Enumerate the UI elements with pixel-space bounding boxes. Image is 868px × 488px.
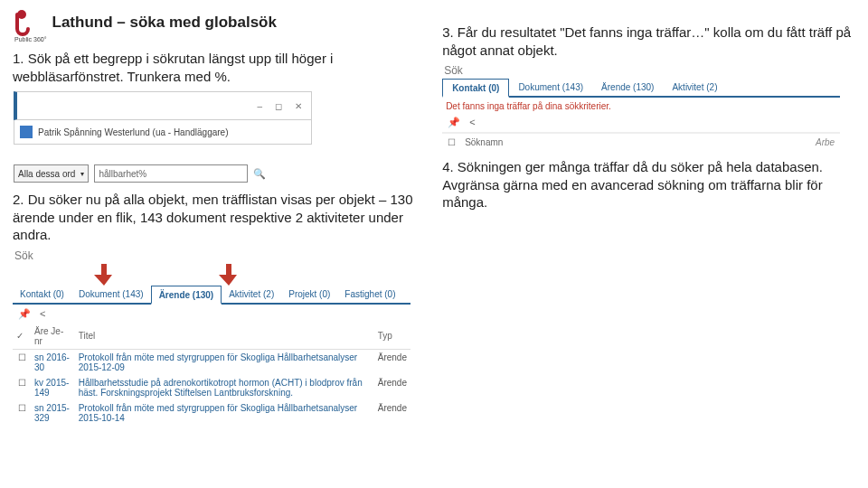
search-input[interactable] — [94, 164, 248, 183]
right-col-label: Arbe — [816, 137, 835, 147]
page-title: Lathund – söka med globalsök — [52, 14, 277, 32]
col-check: ✓ — [13, 324, 31, 350]
share-icon[interactable]: < — [469, 117, 475, 128]
step-4: 4. Sökningen ger många träffar då du sök… — [442, 158, 855, 211]
search-icon[interactable]: 🔍 — [253, 168, 266, 180]
search-mode-label: Alla dessa ord — [18, 169, 75, 179]
tab-fastighet[interactable]: Fastighet (0) — [337, 286, 402, 303]
sok-label-2: Sök — [14, 249, 410, 262]
tab-dokument-3[interactable]: Dokument (143) — [509, 79, 592, 96]
public360-logo — [13, 7, 42, 36]
user-avatar — [20, 126, 33, 138]
share-icon[interactable]: < — [40, 308, 45, 320]
pin-icon[interactable]: 📌 — [448, 117, 460, 128]
screenshot-1: – ◻ ✕ Patrik Spånning Westerlund (ua - H… — [13, 90, 313, 183]
step-1: 1. Sök på ett begrepp i sökrutan längst … — [13, 50, 417, 85]
tab-aktivitet-3[interactable]: Aktivitet (2) — [663, 79, 726, 96]
window-maximize-icon[interactable]: ◻ — [275, 101, 286, 111]
table-row[interactable]: ☐ kv 2015-149 Hållbarhetsstudie på adren… — [13, 375, 410, 400]
col-title: Titel — [75, 324, 374, 350]
step-2: 2. Du söker nu på alla objekt, men träff… — [13, 191, 417, 244]
chevron-down-icon: ▾ — [80, 170, 84, 178]
checkbox-soknamn[interactable]: ☐ — [448, 137, 456, 147]
logo-row: Public 360° Lathund – söka med globalsök — [13, 7, 417, 42]
user-name: Patrik Spånning Westerlund (ua - Handläg… — [38, 127, 229, 137]
tab-projekt[interactable]: Projekt (0) — [281, 286, 337, 303]
tab-kontakt-3[interactable]: Kontakt (0) — [442, 79, 509, 98]
col-type: Typ — [374, 324, 410, 350]
result-table: ✓ Äre Je-nr Titel Typ ☐ sn 2016-30 Proto… — [13, 324, 410, 426]
tab-arende-3[interactable]: Ärende (130) — [592, 79, 663, 96]
tab-arende[interactable]: Ärende (130) — [151, 286, 222, 305]
logo-text: Public 360° — [14, 36, 47, 42]
red-arrow-icon — [219, 264, 239, 288]
screenshot-2: Sök Kontakt (0) Dokument (143) Ärende (1… — [13, 249, 410, 426]
sok-label-3: Sök — [444, 64, 840, 77]
table-row[interactable]: ☐ sn 2015-329 Protokoll från möte med st… — [13, 400, 410, 426]
search-mode-select[interactable]: Alla dessa ord ▾ — [14, 164, 89, 183]
window-close-icon[interactable]: ✕ — [295, 101, 306, 111]
step-3: 3. Får du resultatet "Det fanns inga trä… — [442, 23, 855, 59]
table-row[interactable]: ☐ sn 2016-30 Protokoll från möte med sty… — [13, 349, 410, 375]
red-arrow-icon — [94, 264, 114, 288]
soknamn-label: Söknamn — [465, 137, 503, 147]
window-minimize-icon[interactable]: – — [257, 101, 266, 111]
no-results-message: Det fanns inga träffar på dina sökkriter… — [442, 98, 840, 113]
tab-kontakt[interactable]: Kontakt (0) — [13, 286, 71, 303]
tabs-row-3: Kontakt (0) Dokument (143) Ärende (130) … — [442, 79, 840, 98]
pin-icon[interactable]: 📌 — [18, 308, 31, 320]
tabs-row-2: Kontakt (0) Dokument (143) Ärende (130) … — [13, 286, 410, 305]
screenshot-3: Sök Kontakt (0) Dokument (143) Ärende (1… — [442, 64, 840, 151]
col-id: Äre Je-nr — [31, 324, 75, 350]
